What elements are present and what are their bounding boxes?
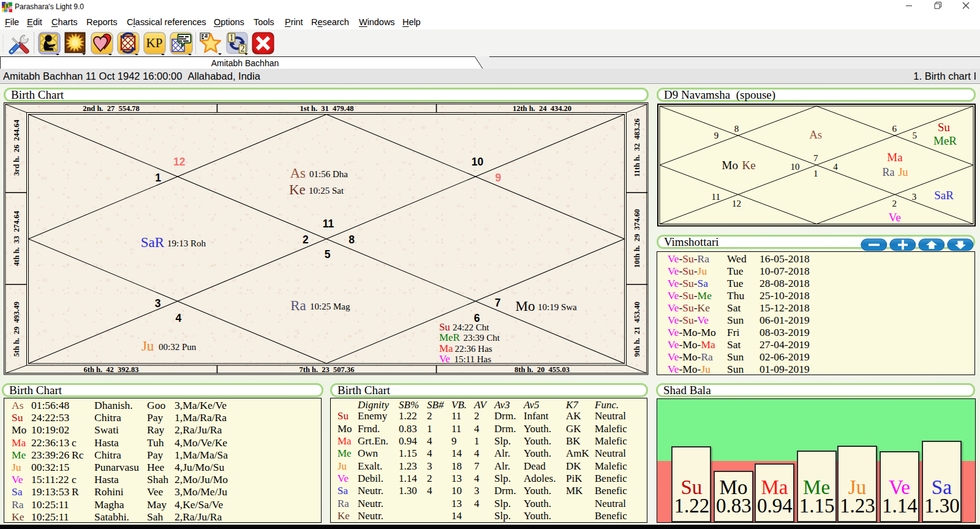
svg-text:Ju: Ju bbox=[899, 166, 908, 178]
svg-text:1: 1 bbox=[230, 33, 234, 42]
svg-text:5: 5 bbox=[325, 248, 331, 261]
svg-text:11: 11 bbox=[711, 192, 720, 202]
svg-text:MeR: MeR bbox=[439, 332, 461, 343]
svg-text:10:19 Swa: 10:19 Swa bbox=[538, 302, 577, 312]
svg-text:2: 2 bbox=[892, 199, 897, 208]
svg-text:1: 1 bbox=[813, 169, 818, 178]
svg-text:4: 4 bbox=[176, 312, 182, 324]
svg-text:01:56 Dha: 01:56 Dha bbox=[309, 169, 348, 179]
svg-text:As: As bbox=[809, 128, 822, 141]
svg-text:23:39 Cht: 23:39 Cht bbox=[463, 333, 500, 343]
svg-text:9th h. 21 453.40: 9th h. 21 453.40 bbox=[633, 302, 641, 357]
svg-text:8: 8 bbox=[349, 234, 355, 246]
svg-text:6th h. 42 392.83: 6th h. 42 392.83 bbox=[84, 365, 139, 374]
svg-text:24:22 Cht: 24:22 Cht bbox=[453, 322, 489, 332]
svg-text:10th h. 29 374.60: 10th h. 29 374.60 bbox=[633, 209, 641, 268]
svg-text:11th h. 32 483.26: 11th h. 32 483.26 bbox=[633, 118, 641, 177]
svg-text:1st h. 31 479.48: 1st h. 31 479.48 bbox=[300, 104, 354, 113]
svg-text:7: 7 bbox=[813, 153, 818, 163]
svg-text:15:11 Has: 15:11 Has bbox=[454, 354, 491, 364]
svg-text:12: 12 bbox=[732, 199, 741, 208]
svg-text:5th h. 29 493.49: 5th h. 29 493.49 bbox=[12, 302, 21, 357]
svg-text:Ra: Ra bbox=[290, 298, 306, 313]
svg-text:2nd h. 27 554.78: 2nd h. 27 554.78 bbox=[83, 104, 140, 113]
svg-text:Ke: Ke bbox=[289, 182, 306, 197]
svg-text:Ma: Ma bbox=[887, 151, 903, 164]
svg-text:SaR: SaR bbox=[141, 235, 165, 250]
svg-text:7: 7 bbox=[495, 297, 501, 309]
svg-text:10:25 Mag: 10:25 Mag bbox=[310, 302, 350, 311]
svg-text:SaR: SaR bbox=[934, 189, 954, 202]
svg-text:8: 8 bbox=[734, 124, 739, 134]
svg-text:Ve: Ve bbox=[889, 211, 901, 224]
svg-text:Ve: Ve bbox=[439, 353, 450, 365]
svg-text:7th h. 23 507.36: 7th h. 23 507.36 bbox=[300, 365, 355, 374]
svg-text:2: 2 bbox=[241, 44, 245, 53]
svg-text:3: 3 bbox=[155, 297, 161, 310]
svg-text:4: 4 bbox=[833, 162, 838, 172]
svg-text:P: P bbox=[4, 2, 10, 12]
svg-text:10: 10 bbox=[790, 162, 799, 172]
svg-text:Mo: Mo bbox=[722, 159, 738, 172]
svg-text:19:13 Roh: 19:13 Roh bbox=[167, 238, 206, 248]
svg-text:KP: KP bbox=[146, 36, 163, 50]
svg-text:2: 2 bbox=[303, 234, 309, 246]
svg-text:11: 11 bbox=[323, 218, 334, 230]
svg-text:10:25 Sat: 10:25 Sat bbox=[309, 186, 344, 196]
svg-text:12th h. 24 434.20: 12th h. 24 434.20 bbox=[513, 104, 571, 113]
svg-text:10: 10 bbox=[472, 156, 484, 168]
svg-text:8th h. 20 455.03: 8th h. 20 455.03 bbox=[514, 365, 570, 374]
svg-text:12: 12 bbox=[173, 156, 186, 168]
svg-text:Mo: Mo bbox=[516, 299, 535, 314]
svg-text:Ju: Ju bbox=[141, 338, 154, 354]
svg-text:Su: Su bbox=[938, 121, 951, 134]
svg-text:22:36 Has: 22:36 Has bbox=[454, 344, 492, 354]
svg-text:00:32 Pun: 00:32 Pun bbox=[159, 342, 197, 352]
svg-text:9: 9 bbox=[714, 131, 719, 140]
svg-text:3rd h. 26 244.64: 3rd h. 26 244.64 bbox=[12, 120, 21, 176]
svg-text:Ra: Ra bbox=[883, 166, 895, 178]
svg-text:MeR: MeR bbox=[933, 134, 957, 147]
svg-text:9: 9 bbox=[495, 172, 501, 184]
svg-text:1: 1 bbox=[155, 172, 161, 184]
svg-text:3: 3 bbox=[912, 192, 917, 202]
svg-text:As: As bbox=[290, 166, 306, 181]
svg-text:5: 5 bbox=[913, 131, 918, 140]
svg-text:6: 6 bbox=[892, 124, 897, 134]
svg-text:4th h. 33 274.64: 4th h. 33 274.64 bbox=[12, 210, 21, 266]
svg-text:Ke: Ke bbox=[742, 159, 756, 172]
